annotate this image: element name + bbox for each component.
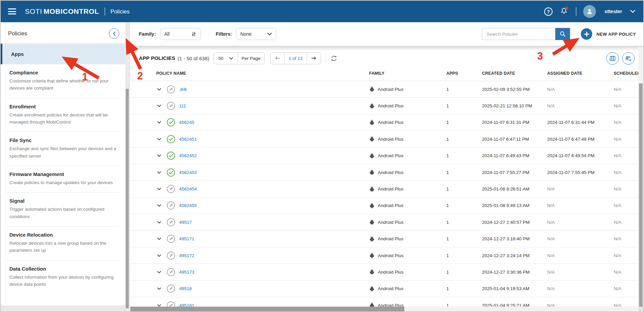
created-date: 2024-12-27 3:18:40 PM bbox=[482, 236, 547, 241]
table-row[interactable]: 4562454 Android Plus 1 2025-01-08 8:26:5… bbox=[130, 181, 643, 197]
table-row[interactable]: 49517 Android Plus 1 2024-12-27 2:40:57 … bbox=[130, 214, 643, 231]
brand-logo: SOTIMOBICONTROL bbox=[25, 7, 99, 15]
filters-value: None bbox=[240, 31, 251, 37]
sidebar-item-firmware-management[interactable]: Firmware Management Create policies to m… bbox=[7, 166, 119, 192]
policy-name-link[interactable]: ,lklk bbox=[179, 87, 187, 92]
row-expand-chevron-icon[interactable] bbox=[156, 286, 162, 291]
search-button[interactable] bbox=[555, 28, 570, 40]
per-page-select[interactable]: 50 bbox=[214, 53, 237, 64]
assigned-date: N/A bbox=[547, 236, 614, 241]
column-header-assigned-date[interactable]: ASSIGNED DATE bbox=[547, 71, 614, 76]
created-date: 2025-01-08 9:49:13 AM bbox=[482, 203, 547, 208]
policy-name-link[interactable]: 49517 bbox=[179, 220, 192, 225]
page-indicator[interactable]: 1 of 13 bbox=[284, 53, 307, 64]
column-settings-button[interactable] bbox=[606, 52, 619, 65]
family-dropdown[interactable]: All bbox=[160, 28, 201, 40]
apps-count: 1 bbox=[446, 203, 482, 208]
table-row[interactable]: 4562451 Android Plus 1 2024-11-07 6:47:1… bbox=[130, 131, 643, 147]
policy-name-link[interactable]: 4562455 bbox=[179, 203, 197, 208]
row-expand-chevron-icon[interactable] bbox=[156, 186, 162, 192]
help-button[interactable]: ? bbox=[544, 6, 554, 16]
help-icon: ? bbox=[544, 7, 553, 16]
export-button[interactable] bbox=[622, 52, 635, 65]
row-expand-chevron-icon[interactable] bbox=[156, 153, 162, 159]
table-row[interactable]: 49518 Android Plus 1 2025-01-04 9:19:53 … bbox=[130, 281, 643, 297]
sidebar-item-file-sync[interactable]: File Sync Exchange and sync files betwee… bbox=[7, 132, 119, 166]
row-expand-chevron-icon[interactable] bbox=[156, 170, 162, 175]
sidebar-item-label: Data Collection bbox=[9, 266, 117, 272]
sidebar-scrollbar[interactable] bbox=[126, 89, 129, 308]
previous-page-button[interactable] bbox=[271, 53, 284, 64]
policy-name-link[interactable]: 111 bbox=[179, 103, 186, 108]
android-plus-icon bbox=[369, 203, 375, 209]
sidebar-item-signal[interactable]: Signal Trigger automated actions based o… bbox=[7, 192, 119, 226]
draft-status-icon bbox=[166, 184, 175, 194]
family-value: Android Plus bbox=[378, 186, 404, 192]
table-row[interactable]: ,lklk Android Plus 1 2025-02-09 3:52:55 … bbox=[130, 81, 643, 98]
row-expand-chevron-icon[interactable] bbox=[156, 136, 162, 142]
column-header-apps[interactable]: APPS bbox=[446, 71, 482, 76]
column-header-family[interactable]: FAMILY bbox=[369, 71, 446, 76]
user-menu-chevron-icon[interactable] bbox=[630, 10, 635, 13]
row-expand-chevron-icon[interactable] bbox=[156, 253, 162, 258]
chevron-left-icon bbox=[112, 31, 117, 36]
policy-name-link[interactable]: 49518 bbox=[179, 286, 192, 291]
sidebar-collapse-button[interactable] bbox=[109, 28, 119, 39]
sidebar-item-apps[interactable]: Apps bbox=[1, 44, 125, 64]
menu-icon[interactable] bbox=[8, 8, 16, 14]
family-value: Android Plus bbox=[378, 236, 404, 241]
policy-name-link[interactable]: 4562454 bbox=[179, 186, 197, 192]
toolbar-shadow bbox=[130, 46, 643, 50]
row-expand-chevron-icon[interactable] bbox=[156, 219, 162, 225]
policy-name-link[interactable]: 456245 bbox=[179, 120, 194, 125]
policy-name-link[interactable]: 4562453 bbox=[179, 170, 197, 175]
row-expand-chevron-icon[interactable] bbox=[156, 119, 162, 125]
policy-name-link[interactable]: 495172 bbox=[179, 253, 194, 258]
avatar[interactable] bbox=[583, 5, 596, 18]
sidebar-item-enrollment[interactable]: Enrollment Create enrollment policies fo… bbox=[7, 98, 119, 132]
table-row[interactable]: 495171 Android Plus 1 2024-12-27 3:18:40… bbox=[130, 231, 643, 247]
apps-count: 1 bbox=[446, 120, 482, 125]
assigned-date: N/A bbox=[547, 253, 614, 258]
column-header-created-date[interactable]: CREATED DATE bbox=[482, 71, 547, 76]
row-expand-chevron-icon[interactable] bbox=[156, 269, 162, 275]
family-value: Android Plus bbox=[378, 103, 404, 108]
vertical-scrollbar-thumb[interactable] bbox=[639, 83, 643, 312]
column-header-policy-name[interactable]: POLICY NAME bbox=[156, 71, 369, 76]
table-row[interactable]: 4562453 Android Plus 1 2024-11-07 7:55:2… bbox=[130, 164, 643, 181]
new-app-policy-button[interactable]: NEW APP POLICY bbox=[581, 28, 636, 40]
sidebar-item-data-collection[interactable]: Data Collection Collect information from… bbox=[7, 260, 119, 294]
table-row[interactable]: 495173 Android Plus 1 2024-12-27 3:30:36… bbox=[130, 264, 643, 280]
table-row[interactable]: 4562452 Android Plus 1 2024-11-07 6:49:4… bbox=[130, 148, 643, 164]
draft-status-icon bbox=[166, 268, 175, 277]
vertical-scrollbar[interactable] bbox=[638, 47, 643, 312]
apps-count: 1 bbox=[446, 220, 482, 225]
row-expand-chevron-icon[interactable] bbox=[156, 103, 162, 109]
policy-name-link[interactable]: 4562452 bbox=[179, 153, 197, 158]
assigned-date: N/A bbox=[547, 286, 614, 291]
sidebar-item-compliance[interactable]: Compliance Customize criteria that defin… bbox=[7, 64, 119, 98]
row-expand-chevron-icon[interactable] bbox=[156, 86, 162, 92]
sidebar-item-label: Compliance bbox=[9, 70, 117, 75]
table-row[interactable]: 111 Android Plus 1 2025-02-21 12:56:10 P… bbox=[130, 98, 643, 114]
policy-name-link[interactable]: 495173 bbox=[179, 270, 194, 275]
horizontal-scrollbar-thumb[interactable] bbox=[130, 307, 404, 312]
notifications-button[interactable] bbox=[559, 6, 569, 16]
filters-dropdown[interactable]: None bbox=[236, 28, 276, 40]
policy-name-link[interactable]: 495171 bbox=[179, 236, 194, 241]
sidebar-item-device-relocation[interactable]: Device Relocation Relocate devices into … bbox=[7, 226, 119, 260]
refresh-button[interactable] bbox=[330, 55, 338, 62]
row-expand-chevron-icon[interactable] bbox=[156, 236, 162, 242]
username[interactable]: sttester bbox=[605, 9, 622, 14]
table-row[interactable]: 4562455 Android Plus 1 2025-01-08 9:49:1… bbox=[130, 198, 643, 214]
table-row[interactable]: 456245 Android Plus 1 2024-11-07 6:31:31… bbox=[130, 114, 643, 131]
row-expand-chevron-icon[interactable] bbox=[156, 203, 162, 208]
table-row[interactable]: 495172 Android Plus 1 2024-12-27 3:24:14… bbox=[130, 247, 643, 264]
search-input[interactable] bbox=[482, 28, 555, 40]
horizontal-scrollbar[interactable] bbox=[130, 307, 638, 312]
policy-name-link[interactable]: 4562451 bbox=[179, 137, 197, 142]
family-value: Android Plus bbox=[378, 220, 404, 225]
next-page-button[interactable] bbox=[307, 53, 321, 64]
android-plus-icon bbox=[369, 119, 375, 126]
family-label: Family: bbox=[139, 31, 156, 37]
